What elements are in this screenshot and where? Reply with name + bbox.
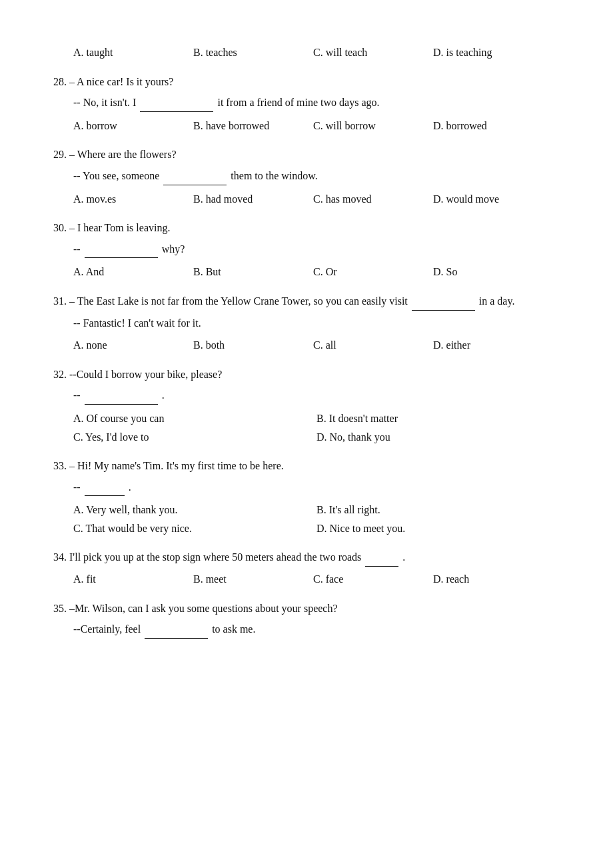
q35-sub-post: to ask me. xyxy=(212,623,255,635)
q33-option-d: D. Nice to meet you. xyxy=(316,520,560,537)
question-35: 35. –Mr. Wilson, can I ask you some ques… xyxy=(53,600,560,639)
q34-option-c: C. face xyxy=(313,571,433,588)
q31-stem-pre: 31. – The East Lake is not far from the … xyxy=(53,295,408,307)
q27-options-row: A. taught B. teaches C. will teach D. is… xyxy=(73,44,560,61)
q28-sub: -- No, it isn't. I it from a friend of m… xyxy=(73,94,560,112)
q32-period: . xyxy=(162,389,165,401)
q28-blank xyxy=(140,94,213,112)
q30-dash: -- xyxy=(73,243,83,255)
q32-blank xyxy=(85,387,158,405)
q30-sub-post: why? xyxy=(162,243,185,255)
q28-sub-post: it from a friend of mine two days ago. xyxy=(217,97,379,108)
question-28: 28. – A nice car! Is it yours? -- No, it… xyxy=(53,73,560,135)
q32-options: A. Of course you can B. It doesn't matte… xyxy=(73,410,560,445)
q29-option-b: B. had moved xyxy=(193,191,313,208)
q30-option-a: A. And xyxy=(73,263,193,281)
q28-option-d: D. borrowed xyxy=(433,117,553,135)
q27-option-a: A. taught xyxy=(73,44,193,61)
q32-option-a: A. Of course you can xyxy=(73,410,316,427)
q32-option-c: C. Yes, I'd love to xyxy=(73,429,316,446)
q33-option-c: C. That would be very nice. xyxy=(73,520,316,537)
question-27-options: A. taught B. teaches C. will teach D. is… xyxy=(53,44,560,61)
q35-blank xyxy=(145,621,208,639)
q34-period: . xyxy=(402,551,405,563)
q34-stem-pre: 34. I'll pick you up at the stop sign wh… xyxy=(53,551,361,563)
q31-option-d: D. either xyxy=(433,337,553,354)
question-34: 34. I'll pick you up at the stop sign wh… xyxy=(53,549,560,587)
q34-option-d: D. reach xyxy=(433,571,553,588)
q28-option-c: C. will borrow xyxy=(313,117,433,135)
q30-options-row: A. And B. But C. Or D. So xyxy=(73,263,560,281)
q35-stem: 35. –Mr. Wilson, can I ask you some ques… xyxy=(53,600,560,617)
q28-option-b: B. have borrowed xyxy=(193,117,313,135)
q33-option-b: B. It's all right. xyxy=(316,501,560,519)
q27-option-b: B. teaches xyxy=(193,44,313,61)
q33-blank xyxy=(85,479,125,497)
q29-options-row: A. mov.es B. had moved C. has moved D. w… xyxy=(73,191,560,208)
q33-stem: 33. – Hi! My name's Tim. It's my first t… xyxy=(53,457,560,475)
q32-option-b: B. It doesn't matter xyxy=(316,410,560,427)
q28-stem: 28. – A nice car! Is it yours? xyxy=(53,73,560,91)
question-31: 31. – The East Lake is not far from the … xyxy=(53,293,560,354)
q34-options-row: A. fit B. meet C. face D. reach xyxy=(73,571,560,588)
q34-stem: 34. I'll pick you up at the stop sign wh… xyxy=(53,549,560,567)
q30-blank xyxy=(85,241,158,259)
question-30: 30. – I hear Tom is leaving. -- why? A. … xyxy=(53,219,560,281)
q31-option-c: C. all xyxy=(313,337,433,354)
q29-sub-pre: -- You see, someone xyxy=(73,170,159,181)
q33-option-a: A. Very well, thank you. xyxy=(73,501,316,519)
question-33: 33. – Hi! My name's Tim. It's my first t… xyxy=(53,457,560,537)
q33-period: . xyxy=(129,481,131,493)
q32-stem: 32. --Could I borrow your bike, please? xyxy=(53,366,560,383)
q31-option-a: A. none xyxy=(73,337,193,354)
q28-options-row: A. borrow B. have borrowed C. will borro… xyxy=(73,117,560,135)
q31-stem: 31. – The East Lake is not far from the … xyxy=(53,293,560,311)
q31-options-row: A. none B. both C. all D. either xyxy=(73,337,560,354)
q30-option-d: D. So xyxy=(433,263,553,281)
q30-option-c: C. Or xyxy=(313,263,433,281)
q34-option-a: A. fit xyxy=(73,571,193,588)
q31-option-b: B. both xyxy=(193,337,313,354)
q27-option-c: C. will teach xyxy=(313,44,433,61)
q29-option-d: D. would move xyxy=(433,191,553,208)
q31-blank xyxy=(412,293,475,311)
q29-blank xyxy=(163,167,227,185)
q30-stem: 30. – I hear Tom is leaving. xyxy=(53,219,560,237)
q28-option-a: A. borrow xyxy=(73,117,193,135)
q29-sub: -- You see, someone them to the window. xyxy=(73,167,560,185)
q31-sub: -- Fantastic! I can't wait for it. xyxy=(73,315,560,332)
question-32: 32. --Could I borrow your bike, please? … xyxy=(53,366,560,445)
q29-option-c: C. has moved xyxy=(313,191,433,208)
q30-sub: -- why? xyxy=(73,241,560,259)
q32-dash: -- xyxy=(73,389,83,401)
q33-sub: -- . xyxy=(73,479,560,497)
q32-sub: -- . xyxy=(73,387,560,405)
q29-sub-post: them to the window. xyxy=(231,170,318,181)
q29-stem: 29. – Where are the flowers? xyxy=(53,146,560,163)
question-29: 29. – Where are the flowers? -- You see,… xyxy=(53,146,560,207)
q30-option-b: B. But xyxy=(193,263,313,281)
q32-option-d: D. No, thank you xyxy=(316,429,560,446)
q31-stem-post: in a day. xyxy=(479,295,515,307)
q35-sub: --Certainly, feel to ask me. xyxy=(73,621,560,639)
q35-sub-pre: --Certainly, feel xyxy=(73,623,141,635)
q29-option-a: A. mov.es xyxy=(73,191,193,208)
q27-option-d: D. is teaching xyxy=(433,44,553,61)
q33-options: A. Very well, thank you. B. It's all rig… xyxy=(73,501,560,537)
q33-dash: -- xyxy=(73,481,83,493)
q34-blank xyxy=(365,549,398,567)
q34-option-b: B. meet xyxy=(193,571,313,588)
q28-sub-pre: -- No, it isn't. I xyxy=(73,97,136,108)
